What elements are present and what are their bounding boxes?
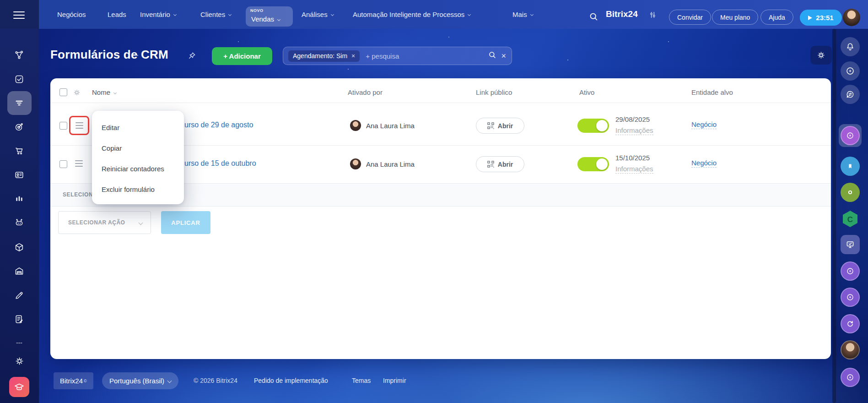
apply-button[interactable]: APLICAR xyxy=(161,211,210,234)
filter-search-bar[interactable]: Agendamento: Sim × + pesquisa × xyxy=(283,47,512,65)
nav-item-negocios[interactable]: Negócios xyxy=(57,0,86,29)
footer-link-print[interactable]: Imprimir xyxy=(383,377,406,384)
info-link[interactable]: Informações xyxy=(615,126,653,135)
more-dots-icon[interactable] xyxy=(9,333,29,353)
nav-item-mais[interactable]: Mais xyxy=(512,0,533,29)
nav-item-leads[interactable]: Leads xyxy=(108,0,126,29)
user-avatar[interactable] xyxy=(843,9,860,26)
activation-date: 29/08/2025 xyxy=(615,115,650,123)
row-menu-handle-icon[interactable] xyxy=(75,122,83,129)
scrollbar[interactable] xyxy=(832,29,836,403)
active-toggle-on[interactable] xyxy=(577,119,609,133)
my-plan-button[interactable]: Meu plano xyxy=(712,10,758,25)
row-menu-handle-icon[interactable] xyxy=(75,160,83,167)
filter-chip[interactable]: Agendamento: Sim × xyxy=(288,50,360,62)
sparkle-app-icon[interactable] xyxy=(841,368,860,387)
nav-label: Clientes xyxy=(200,11,225,18)
contact-card-icon[interactable] xyxy=(9,165,29,185)
timer-button[interactable]: 23:51 xyxy=(800,10,842,26)
document-edit-icon[interactable] xyxy=(9,309,29,329)
network-icon[interactable] xyxy=(9,45,29,65)
row-menu-highlight-red-box xyxy=(69,116,89,135)
brand-logo[interactable]: Bitrix24 xyxy=(606,9,638,19)
box-icon[interactable] xyxy=(9,237,29,257)
search-placeholder[interactable]: + pesquisa xyxy=(366,52,399,60)
toggle-knob xyxy=(596,158,608,170)
info-link[interactable]: Informações xyxy=(615,165,653,174)
bar-chart-icon[interactable] xyxy=(9,189,29,209)
toggle-knob xyxy=(596,120,608,131)
menu-item-reiniciar-contadores[interactable]: Reiniciar contadores xyxy=(92,158,184,179)
column-header-nome[interactable]: Nome xyxy=(92,88,116,96)
training-icon[interactable] xyxy=(9,377,29,397)
active-toggle-on[interactable] xyxy=(577,157,609,171)
filter-chip-label: Agendamento: Sim xyxy=(293,52,347,60)
gear-icon[interactable] xyxy=(9,351,29,371)
copilot-icon[interactable] xyxy=(841,61,860,81)
footer-link-implementation[interactable]: Pedido de implementação xyxy=(254,377,328,384)
target-icon[interactable] xyxy=(9,117,29,137)
chevron-down-icon xyxy=(228,13,232,16)
nav-item-automacao[interactable]: Automação Inteligente de Processos xyxy=(353,0,470,29)
form-name-link[interactable]: urso de 29 de agosto xyxy=(184,121,253,129)
crm-funnel-icon[interactable] xyxy=(9,93,29,113)
bell-icon[interactable] xyxy=(841,37,860,56)
footer-link-themes[interactable]: Temas xyxy=(352,377,371,384)
pencil-icon[interactable] xyxy=(9,285,29,305)
row-checkbox[interactable] xyxy=(59,122,67,130)
page-title: Formulários de CRM xyxy=(50,48,168,62)
invite-button[interactable]: Convidar xyxy=(669,10,711,25)
open-public-link-button[interactable]: Abrir xyxy=(476,156,524,172)
column-header-ativo: Ativo xyxy=(579,88,594,96)
search-icon[interactable] xyxy=(589,12,598,23)
nav-item-inventario[interactable]: Inventário xyxy=(140,0,176,29)
hamburger-menu-icon[interactable] xyxy=(13,11,25,19)
open-button-label: Abrir xyxy=(498,122,513,130)
nav-label: Vendas xyxy=(251,15,280,23)
nav-item-analises[interactable]: Análises xyxy=(302,0,334,29)
robot-icon[interactable] xyxy=(9,212,29,233)
sparkle-app-icon[interactable] xyxy=(841,288,860,307)
footer-brand-badge[interactable]: Bitrix24 © xyxy=(54,372,93,389)
open-button-label: Abrir xyxy=(498,161,513,168)
add-form-button[interactable]: + Adicionar xyxy=(212,47,272,65)
target-entity-link[interactable]: Negócio xyxy=(691,120,717,129)
filter-search-icon[interactable] xyxy=(488,51,496,61)
column-header-ativado-por: Ativado por xyxy=(348,88,383,96)
page-settings-gear-icon[interactable] xyxy=(810,46,832,65)
select-action-dropdown[interactable]: SELECIONAR AÇÃO xyxy=(58,211,151,234)
avatar xyxy=(350,120,361,131)
green-status-icon[interactable] xyxy=(841,183,860,202)
chat-history-icon[interactable] xyxy=(841,85,860,104)
nav-item-clientes[interactable]: Clientes xyxy=(200,0,231,29)
nav-label: Automação Inteligente de Processos xyxy=(353,11,464,18)
active-app-icon[interactable] xyxy=(841,126,860,145)
bookmark-icon[interactable] xyxy=(841,157,860,176)
profile-avatar[interactable] xyxy=(841,340,860,359)
sparkle-app-icon[interactable] xyxy=(841,261,860,281)
close-icon[interactable]: × xyxy=(351,52,355,60)
warehouse-icon[interactable] xyxy=(9,261,29,281)
cart-icon[interactable] xyxy=(9,141,29,161)
grid-settings-gear-icon[interactable] xyxy=(73,88,81,98)
menu-item-excluir-formulario[interactable]: Excluir formulário xyxy=(92,179,184,200)
help-button[interactable]: Ajuda xyxy=(760,10,793,25)
monitor-check-icon[interactable] xyxy=(841,235,860,254)
target-entity-link[interactable]: Negócio xyxy=(691,159,717,168)
select-all-checkbox[interactable] xyxy=(59,88,67,96)
language-selector[interactable]: Português (Brasil) xyxy=(102,372,178,389)
hexagon-c-icon[interactable]: C xyxy=(840,209,860,229)
nav-item-vendas-active[interactable]: NOVO Vendas xyxy=(246,6,293,27)
pin-icon[interactable] xyxy=(188,51,196,62)
open-public-link-button[interactable]: Abrir xyxy=(476,118,524,134)
sliders-icon[interactable] xyxy=(649,11,657,21)
sync-app-icon[interactable] xyxy=(841,314,860,333)
menu-item-editar[interactable]: Editar xyxy=(92,117,184,138)
nav-label: Inventário xyxy=(140,11,170,18)
tasks-icon[interactable] xyxy=(9,69,29,89)
clear-filter-icon[interactable]: × xyxy=(501,51,506,61)
chevron-down-icon xyxy=(530,13,534,16)
row-checkbox[interactable] xyxy=(59,160,67,168)
form-name-link[interactable]: urso de 15 de outubro xyxy=(184,159,256,168)
menu-item-copiar[interactable]: Copiar xyxy=(92,138,184,158)
